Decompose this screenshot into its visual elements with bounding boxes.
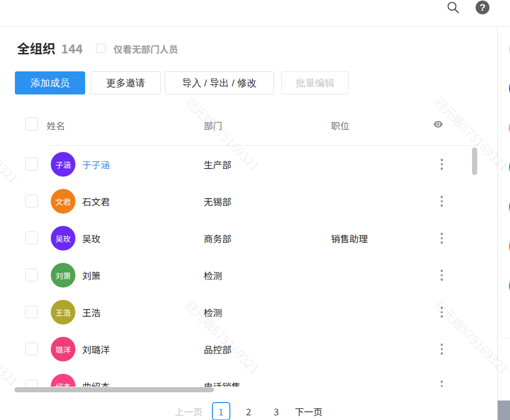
member-department: 无锡部 (204, 196, 231, 207)
column-header-position: 职位 (331, 119, 349, 131)
visibility-eye-icon[interactable] (434, 121, 443, 128)
avatar: 刘箫 (51, 263, 75, 288)
pagination-page-3[interactable]: 3 (267, 402, 286, 420)
horizontal-scrollbar[interactable] (14, 387, 214, 392)
select-all-checkbox[interactable] (25, 118, 38, 130)
table-row[interactable]: 文君 石文君 无锡部 (0, 183, 482, 220)
dot (441, 163, 443, 166)
dot (441, 307, 443, 309)
vertical-scrollbar[interactable] (472, 147, 477, 175)
dot (441, 352, 443, 355)
help-icon[interactable]: ? (476, 1, 489, 14)
dot (441, 159, 443, 161)
member-name[interactable]: 于子涵 (82, 159, 110, 170)
filter-checkbox-label: 仅看无部门人员 (113, 43, 178, 54)
search-icon[interactable] (445, 0, 460, 14)
member-department: 电话销售 (204, 380, 241, 387)
dot (441, 270, 443, 272)
member-department: 检测 (204, 307, 222, 318)
pagination-page-1[interactable]: 1 (212, 402, 230, 420)
row-more-actions-icon[interactable] (440, 306, 444, 319)
member-count: 144 (61, 41, 83, 56)
row-checkbox[interactable] (25, 269, 38, 281)
row-more-actions-icon[interactable] (440, 379, 444, 387)
table-row[interactable]: 王浩 王浩 检测 (0, 294, 482, 331)
row-more-actions-icon[interactable] (440, 342, 444, 356)
row-more-actions-icon[interactable] (440, 158, 444, 171)
avatar: 吴玫 (51, 226, 75, 251)
avatar: 璐洋 (51, 337, 75, 361)
top-bar: ? (0, 0, 510, 27)
avatar: 文君 (51, 189, 75, 214)
dot (441, 380, 443, 383)
batch-edit-button[interactable]: 批量编辑 (281, 71, 349, 94)
right-panel-divider (498, 338, 510, 338)
avatar: 子涵 (51, 152, 75, 177)
member-department: 检测 (204, 270, 222, 281)
dot (441, 385, 443, 387)
table-row[interactable]: 吴玫 吴玫 商务部 销售助理 (0, 220, 482, 257)
member-department: 生产部 (204, 159, 231, 170)
dot (441, 167, 443, 170)
row-checkbox[interactable] (25, 306, 38, 318)
pagination-page-2[interactable]: 2 (240, 402, 258, 420)
page-title: 全组织 (17, 40, 55, 55)
member-name[interactable]: 石文君 (82, 196, 110, 207)
import-export-button[interactable]: 导入 / 导出 / 修改 (165, 71, 274, 94)
help-glyph: ? (480, 2, 486, 13)
pagination: 上一页 1 2 3 下一页 (0, 402, 497, 420)
member-name[interactable]: 吴玫 (82, 233, 101, 244)
row-more-actions-icon[interactable] (440, 269, 444, 282)
dot (441, 241, 443, 244)
pagination-prev[interactable]: 上一页 (175, 405, 203, 418)
dot (441, 348, 443, 351)
dot (441, 200, 443, 203)
row-more-actions-icon[interactable] (440, 195, 444, 208)
row-checkbox[interactable] (25, 195, 38, 207)
filter-checkbox[interactable] (96, 44, 106, 53)
member-name[interactable]: 刘箫 (82, 270, 101, 281)
column-header-name: 姓名 (47, 119, 65, 131)
row-more-actions-icon[interactable] (440, 232, 444, 245)
member-department: 商务部 (204, 233, 231, 244)
dot (441, 196, 443, 198)
table-row[interactable]: 绍杰 曲绍杰 电话销售 (0, 368, 482, 387)
member-list-panel: 全组织 144 仅看无部门人员 添加成员 更多邀请 导入 / 导出 / 修改 批… (0, 27, 498, 420)
right-panel-footer-block (498, 400, 510, 420)
column-header-department: 部门 (204, 119, 222, 131)
avatar: 绍杰 (51, 374, 75, 387)
row-checkbox[interactable] (25, 232, 38, 244)
dot (441, 237, 443, 240)
member-name[interactable]: 刘璐洋 (82, 343, 110, 355)
member-department: 品控部 (204, 343, 231, 355)
dot (441, 233, 443, 235)
member-name[interactable]: 曲绍杰 (82, 380, 110, 387)
row-checkbox[interactable] (25, 379, 38, 387)
right-side-panel (498, 27, 510, 420)
row-checkbox[interactable] (25, 342, 38, 355)
member-table-body: 子涵 于子涵 生产部 文君 石文君 无锡部 吴玫 吴玫 商务部 销售助理 刘箫 … (0, 146, 482, 387)
row-checkbox[interactable] (25, 158, 38, 170)
member-position: 销售助理 (331, 233, 368, 244)
pagination-next[interactable]: 下一页 (295, 405, 323, 418)
add-member-button[interactable]: 添加成员 (15, 71, 85, 94)
dot (441, 343, 443, 346)
table-row[interactable]: 刘箫 刘箫 检测 (0, 257, 482, 294)
table-row[interactable]: 子涵 于子涵 生产部 (0, 146, 482, 183)
dot (441, 315, 443, 318)
dot (441, 274, 443, 277)
more-invite-button[interactable]: 更多邀请 (91, 71, 161, 94)
dot (441, 278, 443, 281)
avatar: 王浩 (51, 300, 75, 324)
member-name[interactable]: 王浩 (82, 307, 101, 318)
table-row[interactable]: 璐洋 刘璐洋 品控部 (0, 331, 482, 368)
dot (441, 204, 443, 207)
dot (441, 311, 443, 314)
